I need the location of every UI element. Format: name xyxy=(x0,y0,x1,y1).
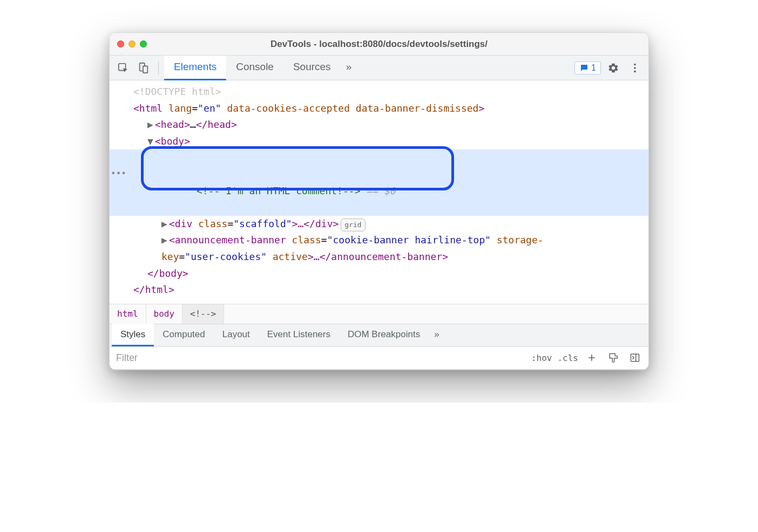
crumb-html[interactable]: html xyxy=(110,304,146,324)
filter-input[interactable]: Filter xyxy=(110,347,526,369)
zoom-dot[interactable] xyxy=(140,40,147,47)
subtabs-overflow[interactable]: » xyxy=(429,324,444,346)
subtab-dombp[interactable]: DOM Breakpoints xyxy=(339,324,429,346)
crumb-comment[interactable]: <!--> xyxy=(182,304,224,324)
body-close-line[interactable]: </body> xyxy=(110,265,648,282)
kebab-icon[interactable] xyxy=(626,59,644,77)
breadcrumb: html body <!--> xyxy=(110,304,648,324)
html-open-line[interactable]: <html lang="en" data-cookies-accepted da… xyxy=(110,100,648,117)
svg-rect-6 xyxy=(631,354,639,362)
html-close-line[interactable]: </html> xyxy=(110,282,648,298)
window-title: DevTools - localhost:8080/docs/devtools/… xyxy=(110,39,648,50)
announcement-line-1[interactable]: ▶<announcement-banner class="cookie-bann… xyxy=(110,232,648,249)
tab-elements[interactable]: Elements xyxy=(164,56,226,80)
issues-count: 1 xyxy=(591,63,596,73)
minimize-dot[interactable] xyxy=(128,40,136,47)
titlebar: DevTools - localhost:8080/docs/devtools/… xyxy=(110,33,648,56)
subtab-layout[interactable]: Layout xyxy=(214,324,259,346)
svg-point-3 xyxy=(634,63,636,65)
main-tabs: Elements Console Sources » xyxy=(164,56,357,80)
subtab-computed[interactable]: Computed xyxy=(154,324,213,346)
body-open-line[interactable]: ▼<body> xyxy=(110,133,648,150)
device-icon[interactable] xyxy=(134,59,153,77)
subtab-events[interactable]: Event Listeners xyxy=(259,324,339,346)
dollar-ref: == $0 xyxy=(366,185,395,196)
filter-tools: :hov .cls xyxy=(526,350,648,366)
toolbar-right: 1 xyxy=(574,59,644,77)
svg-rect-2 xyxy=(143,66,147,73)
panel-toggle-icon[interactable] xyxy=(627,350,643,366)
settings-icon[interactable] xyxy=(604,59,622,77)
dom-tree[interactable]: <!DOCTYPE html> <html lang="en" data-coo… xyxy=(110,80,648,304)
subtab-styles[interactable]: Styles xyxy=(112,324,154,346)
announcement-line-2[interactable]: key="user-cookies" active>…</announcemen… xyxy=(110,249,648,265)
doctype-line[interactable]: <!DOCTYPE html> xyxy=(110,84,648,100)
traffic-lights xyxy=(117,40,147,47)
row-actions-icon[interactable]: ••• xyxy=(111,166,126,181)
svg-point-4 xyxy=(634,67,636,69)
selected-comment-row[interactable]: ••• <!-- I'm an HTML comment!--> == $0 xyxy=(110,149,648,215)
svg-point-5 xyxy=(634,70,636,72)
head-line[interactable]: ▶<head>…</head> xyxy=(110,117,648,133)
grid-badge[interactable]: grid xyxy=(341,219,365,231)
toolbar: Elements Console Sources » 1 xyxy=(110,56,648,80)
new-style-icon[interactable] xyxy=(584,350,600,366)
inspect-icon[interactable] xyxy=(114,59,132,77)
issues-badge[interactable]: 1 xyxy=(574,62,601,74)
scaffold-line[interactable]: ▶<div class="scaffold">…</div>grid xyxy=(110,216,648,233)
tabs-overflow[interactable]: » xyxy=(341,56,357,80)
separator xyxy=(158,62,159,74)
cls-toggle[interactable]: .cls xyxy=(557,353,578,363)
html-comment: <!-- I'm an HTML comment!--> xyxy=(197,185,360,196)
hov-toggle[interactable]: :hov xyxy=(531,353,552,363)
toolbar-left: Elements Console Sources » xyxy=(114,56,357,80)
close-dot[interactable] xyxy=(117,40,124,47)
filter-bar: Filter :hov .cls xyxy=(110,347,648,370)
paint-icon[interactable] xyxy=(605,350,621,366)
crumb-body[interactable]: body xyxy=(146,304,183,324)
tab-console[interactable]: Console xyxy=(226,56,283,80)
styles-subtabs: Styles Computed Layout Event Listeners D… xyxy=(110,324,648,347)
tab-sources[interactable]: Sources xyxy=(283,56,341,80)
devtools-window: DevTools - localhost:8080/docs/devtools/… xyxy=(109,32,649,370)
